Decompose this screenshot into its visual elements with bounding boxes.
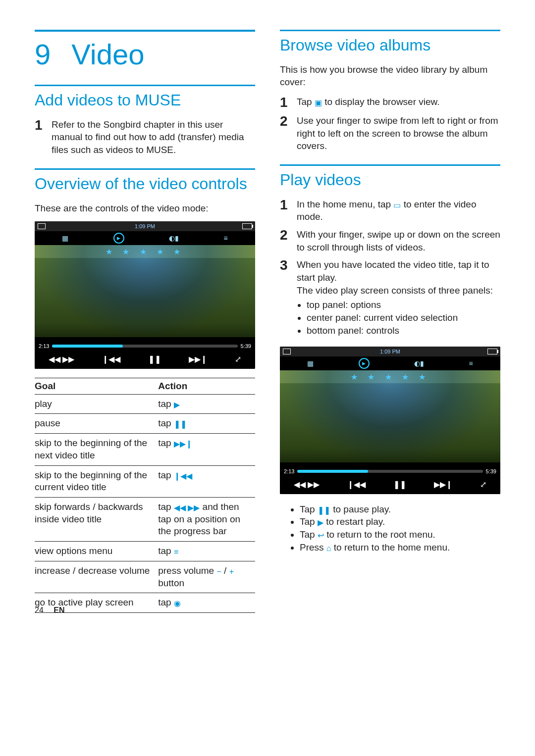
nowplaying-icon: ◉ — [174, 599, 181, 609]
now-playing-icon: ▶ — [113, 233, 124, 244]
play-notes: Tap ❚❚ to pause play.Tap ▶ to restart pl… — [280, 503, 500, 554]
table-row: skip forwards / backwards inside video t… — [35, 497, 255, 541]
page-number: 24 — [35, 606, 44, 614]
page-footer: 24 EN — [35, 606, 64, 615]
list-item: center panel: current video selection — [307, 311, 500, 324]
next-icon: ▶▶❙ — [189, 354, 207, 364]
now-playing-icon: ▶ — [359, 358, 370, 369]
rating-stars: ★ ★ ★ ★ ★ — [280, 372, 500, 382]
list-item: Press ⌂ to return to the home menu. — [300, 541, 500, 554]
battery-icon — [242, 223, 252, 229]
prev-icon: ❙◀◀ — [347, 480, 366, 489]
section-play-videos: Play videos — [280, 164, 500, 189]
elapsed-time: 2:13 — [39, 343, 49, 349]
list-item: Tap ↩ to return to the root menu. — [300, 528, 500, 541]
elapsed-time: 2:13 — [284, 468, 294, 474]
seek-icon: ◀◀ ▶▶ — [294, 480, 320, 489]
plus-icon: + — [229, 567, 234, 577]
prev-icon: ❙◀◀ — [174, 471, 192, 482]
list-item: top panel: options — [307, 299, 500, 311]
video-player-screenshot-2: 1:09 PM ▦ ▶ ◐▮ ≡ ★ ★ ★ ★ ★ 2:13 5:39 ◀◀ … — [280, 347, 500, 494]
list-item: 2With your finger, swipe up or down on t… — [280, 228, 500, 253]
table-header-action: Action — [158, 378, 255, 394]
battery-icon — [487, 349, 497, 354]
section-add-videos: Add videos to MUSE — [35, 85, 255, 109]
video-player-screenshot: 1:09 PM ▦ ▶ ◐▮ ≡ ★ ★ ★ ★ ★ 2:13 5:39 ◀◀ … — [35, 221, 255, 368]
video-icon: ▭ — [393, 200, 401, 211]
volume-slider-icon: ◐▮ — [414, 359, 424, 367]
steps-browse: 1Tap ▣ to display the browser view.2Use … — [280, 96, 500, 152]
menu-icon: ≡ — [224, 234, 228, 242]
page-language: EN — [54, 606, 64, 614]
pause-icon: ❚❚ — [318, 505, 330, 516]
table-header-goal: Goal — [35, 378, 158, 394]
browse-icon: ▣ — [315, 98, 322, 108]
pause-icon: ❚❚ — [393, 480, 406, 489]
table-row: playtap ▶ — [35, 394, 255, 414]
volume-slider-icon: ◐▮ — [169, 234, 179, 242]
menu-icon: ≡ — [469, 359, 473, 367]
prev-icon: ❙◀◀ — [102, 354, 120, 364]
sd-icon — [38, 223, 46, 229]
next-icon: ▶▶❙ — [174, 439, 192, 450]
progress-bar — [297, 470, 482, 473]
list-item: bottom panel: controls — [307, 324, 500, 337]
table-row: increase / decrease volumepress volume −… — [35, 561, 255, 593]
progress-bar — [52, 345, 237, 348]
sd-icon — [283, 349, 291, 354]
seek-icon: ◀◀ ▶▶ — [174, 503, 200, 513]
duration-time: 5:39 — [241, 343, 251, 349]
list-item: 2Use your finger to swipe from left to r… — [280, 114, 500, 152]
next-icon: ▶▶❙ — [434, 480, 452, 489]
browse-intro: This is how you browse the video library… — [280, 63, 500, 89]
grid-icon: ▦ — [62, 234, 68, 242]
section-browse-albums: Browse video albums — [280, 30, 500, 54]
table-row: view options menutap ≡ — [35, 542, 255, 561]
rating-stars: ★ ★ ★ ★ ★ — [35, 247, 255, 256]
status-time: 1:09 PM — [380, 349, 400, 354]
overview-intro: These are the controls of the video mode… — [35, 202, 255, 215]
back-icon: ↩ — [318, 530, 324, 541]
table-row: skip to the beginning of the current vid… — [35, 465, 255, 497]
list-item: 3When you have located the video title, … — [280, 258, 500, 342]
menu-icon: ≡ — [174, 547, 178, 557]
steps-add-videos: 1Refer to the Songbird chapter in this u… — [35, 118, 255, 156]
list-item: Tap ❚❚ to pause play. — [300, 503, 500, 516]
status-time: 1:09 PM — [135, 223, 155, 229]
home-icon: ⌂ — [326, 543, 331, 554]
section-overview-controls: Overview of the video controls — [35, 168, 255, 193]
seek-icon: ◀◀ ▶▶ — [49, 354, 74, 364]
steps-play: 1In the home menu, tap ▭ to enter the vi… — [280, 198, 500, 342]
table-row: pausetap ❚❚ — [35, 414, 255, 434]
list-item: 1In the home menu, tap ▭ to enter the vi… — [280, 198, 500, 223]
fullscreen-icon: ⤢ — [480, 480, 486, 489]
play-icon: ▶ — [174, 400, 180, 410]
controls-table: Goal Action playtap ▶pausetap ❚❚skip to … — [35, 378, 255, 613]
chapter-title: 9 Video — [35, 30, 255, 71]
play-icon: ▶ — [318, 517, 323, 528]
table-row: skip to the beginning of the next video … — [35, 434, 255, 465]
list-item: Tap ▶ to restart play. — [300, 515, 500, 528]
duration-time: 5:39 — [486, 468, 496, 474]
chapter-number: 9 — [35, 38, 63, 71]
fullscreen-icon: ⤢ — [235, 354, 241, 364]
table-row: go to active play screentap ◉ — [35, 593, 255, 613]
pause-icon: ❚❚ — [148, 354, 161, 364]
minus-icon: − — [216, 567, 221, 577]
list-item: 1Tap ▣ to display the browser view. — [280, 96, 500, 109]
grid-icon: ▦ — [307, 359, 314, 367]
pause-icon: ❚❚ — [174, 419, 187, 430]
